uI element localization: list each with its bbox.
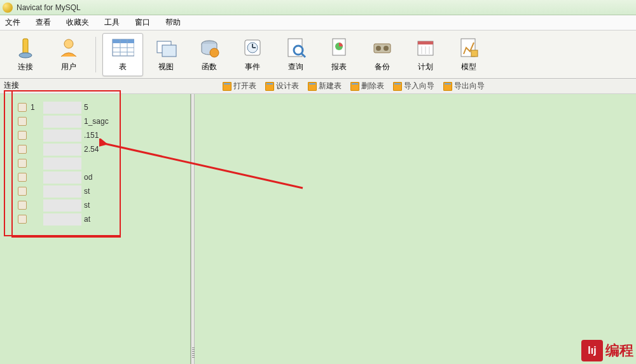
svg-rect-0: [23, 39, 28, 54]
design-table-icon: [265, 82, 274, 91]
db-icon: [18, 215, 27, 224]
function-icon: [198, 36, 221, 59]
connection-panel-label: 连接: [4, 80, 19, 91]
redacted: [43, 185, 81, 198]
redacted: [43, 172, 81, 184]
main-toolbar: 连接 用户 表 视图 函数 事件 查询 报表 备份 计划 模型: [0, 30, 636, 79]
sub-open-table[interactable]: 打开表: [223, 81, 256, 91]
tree-item[interactable]: at: [18, 212, 190, 226]
db-icon: [18, 145, 27, 154]
tree-item[interactable]: 1_sagc: [18, 114, 190, 128]
menu-help[interactable]: 帮助: [165, 17, 181, 28]
report-icon: [328, 36, 350, 59]
new-table-icon: [308, 82, 317, 91]
tree-item[interactable]: [18, 156, 190, 170]
tree-item[interactable]: st: [18, 184, 190, 198]
tool-function[interactable]: 函数: [189, 33, 230, 76]
window-title: Navicat for MySQL: [17, 3, 81, 12]
redacted: [43, 116, 81, 128]
svg-point-1: [19, 53, 32, 58]
tree-item[interactable]: .151: [18, 128, 190, 142]
tool-query[interactable]: 查询: [275, 33, 316, 76]
sub-toolbar: 打开表 设计表 新建表 删除表 导入向导 导出向导: [0, 79, 636, 94]
sub-new-table[interactable]: 新建表: [308, 81, 342, 91]
redacted: [43, 199, 81, 212]
backup-icon: [371, 36, 394, 59]
svg-rect-10: [162, 45, 176, 57]
tree-item[interactable]: st: [18, 198, 190, 212]
menu-file[interactable]: 文件: [5, 17, 20, 28]
tool-backup[interactable]: 备份: [362, 33, 403, 76]
sub-import[interactable]: 导入向导: [393, 81, 434, 91]
toolbar-separator: [95, 37, 96, 72]
redacted: [43, 158, 81, 170]
splitter[interactable]: [191, 94, 195, 364]
tool-table[interactable]: 表: [102, 33, 143, 76]
tool-view[interactable]: 视图: [146, 33, 186, 76]
tool-model[interactable]: 模型: [448, 33, 489, 76]
view-icon: [155, 36, 177, 59]
menu-fav[interactable]: 收藏夹: [66, 17, 89, 28]
delete-table-icon: [350, 82, 359, 91]
redacted: [43, 144, 81, 156]
tool-schedule[interactable]: 计划: [405, 33, 446, 76]
menubar: 文件 查看 收藏夹 工具 窗口 帮助: [0, 15, 636, 30]
svg-point-24: [384, 46, 389, 51]
app-logo-icon: [3, 3, 13, 13]
connection-sidebar[interactable]: 15 1_sagc .151 2.54 od st st at: [0, 94, 191, 364]
main-content: [191, 94, 636, 364]
tool-report[interactable]: 报表: [319, 33, 359, 76]
export-icon: [443, 82, 452, 91]
menu-tools[interactable]: 工具: [104, 17, 120, 28]
connection-tree: 15 1_sagc .151 2.54 od st st at: [0, 94, 190, 226]
svg-rect-26: [418, 41, 433, 44]
model-icon: [457, 36, 480, 59]
db-icon: [18, 131, 27, 140]
redacted: [43, 102, 81, 114]
table-icon: [111, 36, 134, 59]
svg-rect-31: [471, 50, 478, 57]
workspace: 15 1_sagc .151 2.54 od st st at: [0, 94, 636, 364]
db-icon: [18, 187, 27, 196]
query-icon: [284, 36, 307, 59]
sub-export[interactable]: 导出向导: [443, 81, 485, 91]
svg-rect-4: [113, 39, 134, 43]
tree-item[interactable]: 2.54: [18, 142, 190, 156]
tool-user[interactable]: 用户: [48, 33, 89, 76]
import-icon: [393, 82, 402, 91]
tool-event[interactable]: 事件: [232, 33, 273, 76]
menu-window[interactable]: 窗口: [135, 17, 150, 28]
db-icon: [18, 117, 27, 126]
svg-point-23: [376, 46, 381, 51]
titlebar: Navicat for MySQL: [0, 0, 636, 15]
db-icon: [18, 159, 27, 168]
watermark: lıj 编程: [581, 340, 633, 361]
tree-item[interactable]: 15: [18, 100, 190, 114]
user-icon: [57, 36, 80, 59]
tool-connection[interactable]: 连接: [5, 33, 46, 76]
db-icon: [18, 201, 27, 210]
connection-icon: [14, 36, 37, 59]
svg-point-12: [210, 48, 219, 57]
sub-delete-table[interactable]: 删除表: [350, 81, 384, 91]
menu-view[interactable]: 查看: [36, 17, 51, 28]
watermark-badge-icon: lıj: [581, 340, 603, 361]
schedule-icon: [414, 36, 437, 59]
svg-point-2: [64, 39, 73, 48]
event-icon: [241, 36, 264, 59]
redacted: [43, 130, 81, 142]
db-icon: [18, 173, 27, 182]
open-table-icon: [223, 82, 232, 91]
watermark-text: 编程: [605, 341, 633, 360]
db-icon: [18, 103, 27, 112]
redacted: [43, 213, 81, 226]
splitter-grip-icon: [192, 347, 195, 359]
tree-item[interactable]: od: [18, 170, 190, 184]
sub-design-table[interactable]: 设计表: [265, 81, 299, 91]
